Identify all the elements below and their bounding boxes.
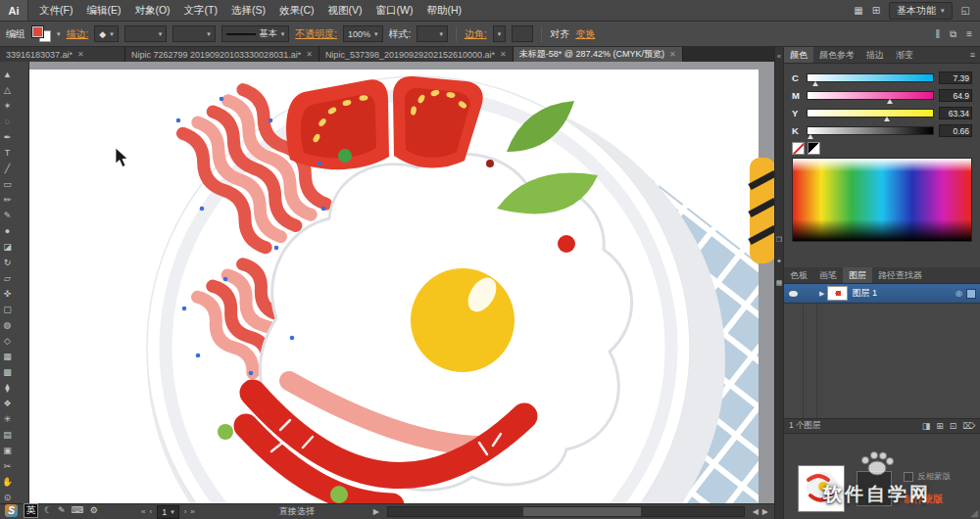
green-dot[interactable] bbox=[330, 486, 348, 503]
shape-builder-tool[interactable]: ◍ bbox=[0, 317, 15, 333]
style-select[interactable]: ▾ bbox=[416, 25, 448, 42]
arrange-documents-icon[interactable]: ▦ bbox=[854, 5, 862, 16]
black-white-swatch[interactable] bbox=[808, 142, 820, 155]
lock-cell[interactable] bbox=[803, 284, 816, 303]
mesh-tool[interactable]: ▦ bbox=[0, 349, 15, 364]
brush-definition-select[interactable]: ▾ bbox=[172, 25, 216, 42]
cyan-slider[interactable] bbox=[807, 72, 934, 84]
expand-panels-icon[interactable]: « bbox=[777, 53, 781, 60]
app-logo[interactable]: Ai bbox=[0, 0, 28, 21]
menu-view[interactable]: 视图(V) bbox=[321, 0, 369, 21]
tab-layers[interactable]: 图层 bbox=[843, 267, 872, 283]
type-tool[interactable]: T bbox=[0, 145, 15, 161]
color-spectrum-bar[interactable] bbox=[792, 158, 972, 242]
last-artboard-icon[interactable]: » bbox=[188, 507, 196, 516]
scale-tool[interactable]: ▱ bbox=[0, 270, 15, 286]
make-mask-button[interactable]: 制作蒙版 bbox=[904, 493, 951, 506]
close-icon[interactable]: ✕ bbox=[77, 50, 84, 59]
collapsed-symbols-icon[interactable]: ✦ bbox=[776, 258, 782, 265]
blend-tool[interactable]: ❖ bbox=[0, 396, 15, 411]
align-label[interactable]: 对齐 bbox=[550, 27, 569, 41]
pasteboard-artwork[interactable] bbox=[750, 158, 774, 263]
line-segment-tool[interactable]: ╱ bbox=[0, 161, 15, 176]
close-icon[interactable]: ✕ bbox=[306, 50, 313, 59]
magenta-slider[interactable] bbox=[807, 90, 934, 102]
slider-thumb[interactable] bbox=[808, 134, 813, 139]
close-icon[interactable]: ✕ bbox=[500, 50, 507, 59]
menu-select[interactable]: 选择(S) bbox=[224, 0, 272, 21]
document-tab[interactable]: Nipic 7262799 20190920103330028031.ai* ✕ bbox=[125, 47, 319, 62]
corner-select[interactable]: ▾ bbox=[493, 25, 507, 42]
free-transform-tool[interactable]: ▢ bbox=[0, 302, 15, 317]
eyedropper-tool[interactable]: ⧫ bbox=[0, 380, 15, 396]
layer-expand-arrow-icon[interactable]: ▶ bbox=[819, 290, 824, 298]
document-tab[interactable]: Nipic_537398_20190929202152610000.ai* ✕ bbox=[319, 47, 514, 62]
collapsed-appearance-icon[interactable]: ▦ bbox=[776, 279, 783, 287]
handwriting-icon[interactable]: ✎ bbox=[58, 505, 66, 515]
settings-wrench-icon[interactable]: ⚙ bbox=[90, 505, 98, 515]
menu-type[interactable]: 文字(T) bbox=[177, 0, 224, 21]
slider-thumb[interactable] bbox=[884, 117, 890, 121]
align-objects-icon[interactable]: ⫼ bbox=[935, 28, 940, 40]
panel-menu-icon[interactable]: ≡ bbox=[970, 50, 980, 60]
eraser-tool[interactable]: ◪ bbox=[0, 239, 15, 255]
yellow-slider[interactable] bbox=[807, 108, 934, 119]
layer-name[interactable]: 图层 1 bbox=[852, 287, 956, 300]
tab-gradient[interactable]: 渐变 bbox=[890, 47, 919, 63]
canvas-area[interactable] bbox=[29, 62, 774, 503]
fill-swatch[interactable] bbox=[31, 25, 44, 38]
document-tab[interactable]: 33916183037.ai* ✕ bbox=[0, 47, 125, 62]
visibility-cell[interactable] bbox=[784, 291, 803, 297]
delete-layer-icon[interactable]: ⌦ bbox=[962, 421, 975, 431]
rotate-tool[interactable]: ↻ bbox=[0, 255, 15, 270]
width-tool[interactable]: ✜ bbox=[0, 286, 15, 302]
document-layout-icon[interactable]: ⊞ bbox=[872, 5, 880, 16]
none-swatch[interactable] bbox=[792, 142, 805, 155]
keyboard-icon[interactable]: ⌨ bbox=[72, 505, 84, 515]
blob-brush-tool[interactable]: ● bbox=[0, 223, 15, 239]
paintbrush-tool[interactable]: ✏ bbox=[0, 192, 15, 208]
tab-pathfinder[interactable]: 路径查找器 bbox=[872, 267, 928, 283]
scrollbar-thumb[interactable] bbox=[523, 507, 641, 516]
artboard-tool[interactable]: ▣ bbox=[0, 443, 15, 458]
cs-live-icon[interactable]: ◱ bbox=[961, 5, 970, 16]
new-sublayer-icon[interactable]: ⊞ bbox=[936, 421, 944, 431]
mask-thumbnail[interactable] bbox=[857, 471, 892, 506]
first-artboard-icon[interactable]: « bbox=[139, 507, 147, 516]
collapsed-transparency-icon[interactable]: ❐ bbox=[776, 236, 782, 244]
artboard-number-select[interactable]: 1 ▾ bbox=[157, 505, 179, 519]
menu-effect[interactable]: 效果(C) bbox=[272, 0, 321, 21]
black-slider[interactable] bbox=[807, 125, 934, 137]
invert-mask-option[interactable]: 反相蒙版 bbox=[904, 471, 951, 483]
yellow-value-box[interactable]: 63.34 bbox=[939, 107, 972, 119]
pencil-tool[interactable]: ✎ bbox=[0, 208, 15, 223]
make-clipping-mask-icon[interactable]: ◨ bbox=[922, 421, 931, 431]
tab-stroke[interactable]: 描边 bbox=[860, 47, 890, 63]
tomato-wedges[interactable] bbox=[286, 76, 483, 169]
tab-color[interactable]: 颜色 bbox=[784, 47, 813, 63]
layer-thumbnail[interactable] bbox=[827, 286, 848, 301]
layer-target-icon[interactable]: ◎ bbox=[956, 289, 962, 298]
layer-row-selected[interactable]: ▶ 图层 1 ◎ bbox=[784, 284, 980, 304]
black-value-box[interactable]: 0.66 bbox=[939, 124, 972, 137]
lasso-tool[interactable]: ◌ bbox=[0, 114, 15, 129]
tab-brushes[interactable]: 画笔 bbox=[813, 267, 843, 283]
menu-file[interactable]: 文件(F) bbox=[32, 0, 79, 21]
stroke-style-select[interactable]: 基本 ▾ bbox=[221, 25, 290, 42]
document-tab-active[interactable]: 未标题-58* @ 287.42% (CMYK/预览) ✕ bbox=[514, 47, 683, 62]
night-mode-icon[interactable]: ☾ bbox=[44, 505, 52, 515]
layer-selection-indicator[interactable] bbox=[966, 289, 976, 299]
red-dot[interactable] bbox=[502, 427, 517, 443]
status-expand-icon[interactable]: ▶ bbox=[371, 507, 381, 516]
visibility-eye-icon[interactable] bbox=[789, 291, 798, 297]
stroke-weight-select[interactable]: ◆▾ bbox=[94, 25, 118, 42]
selection-tool[interactable]: ▲ bbox=[0, 67, 15, 82]
cyan-value-box[interactable]: 7.39 bbox=[939, 71, 972, 84]
workspace-switcher[interactable]: 基本功能 ▾ bbox=[889, 2, 953, 20]
green-dot[interactable] bbox=[338, 149, 352, 163]
variable-width-select[interactable]: ▾ bbox=[124, 25, 168, 42]
next-artboard-icon[interactable]: › bbox=[182, 507, 189, 516]
transform-label[interactable]: 变换 bbox=[575, 27, 595, 41]
scroll-left-icon[interactable]: ◀ bbox=[751, 507, 760, 516]
green-dot[interactable] bbox=[218, 424, 233, 440]
